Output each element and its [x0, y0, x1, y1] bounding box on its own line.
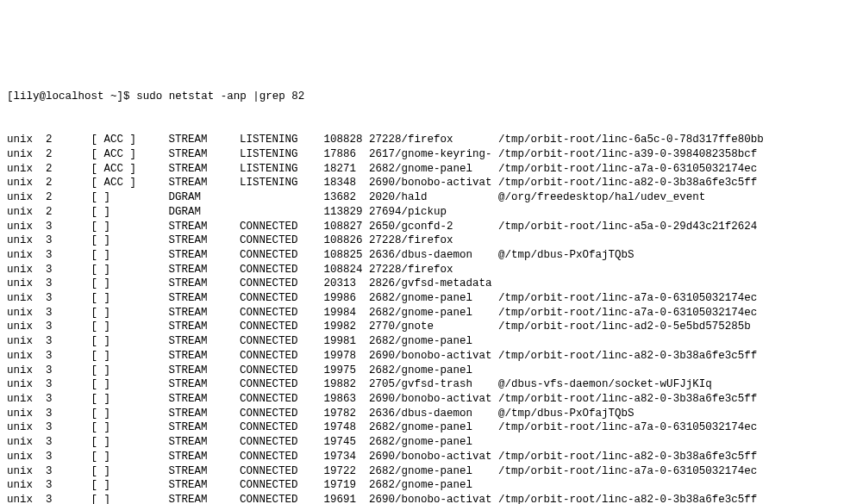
output-row: unix 3 [ ] STREAM CONNECTED 108827 2650/… — [7, 220, 837, 234]
output-row: unix 3 [ ] STREAM CONNECTED 19863 2690/b… — [7, 392, 837, 407]
output-row: unix 3 [ ] STREAM CONNECTED 108826 27228… — [7, 233, 837, 248]
output-row: unix 3 [ ] STREAM CONNECTED 19882 2705/g… — [7, 377, 837, 392]
terminal-window[interactable]: [lily@localhost ~]$ sudo netstat -anp |g… — [7, 61, 837, 504]
command-input[interactable]: sudo netstat -anp |grep 82 — [136, 90, 304, 103]
prompt-user-host: lily@localhost — [14, 90, 104, 103]
prompt-dir: ~ — [110, 90, 117, 103]
command-output: unix 2 [ ACC ] STREAM LISTENING 108828 2… — [7, 133, 837, 504]
output-row: unix 3 [ ] STREAM CONNECTED 19719 2682/g… — [7, 478, 837, 493]
output-row: unix 3 [ ] STREAM CONNECTED 19986 2682/g… — [7, 291, 837, 306]
output-row: unix 3 [ ] STREAM CONNECTED 19745 2682/g… — [7, 435, 837, 450]
output-row: unix 2 [ ] DGRAM 113829 27694/pickup — [7, 205, 837, 220]
output-row: unix 3 [ ] STREAM CONNECTED 20313 2826/g… — [7, 277, 837, 291]
output-row: unix 3 [ ] STREAM CONNECTED 19978 2690/b… — [7, 349, 837, 364]
output-row: unix 3 [ ] STREAM CONNECTED 108824 27228… — [7, 263, 837, 277]
output-row: unix 3 [ ] STREAM CONNECTED 108825 2636/… — [7, 248, 837, 263]
output-row: unix 2 [ ] DGRAM 13682 2020/hald @/org/f… — [7, 190, 837, 205]
output-row: unix 3 [ ] STREAM CONNECTED 19734 2690/b… — [7, 450, 837, 464]
output-row: unix 2 [ ACC ] STREAM LISTENING 18271 26… — [7, 162, 837, 177]
prompt-bracket-open: [ — [7, 90, 14, 103]
output-row: unix 2 [ ACC ] STREAM LISTENING 17886 26… — [7, 147, 837, 162]
output-row: unix 3 [ ] STREAM CONNECTED 19722 2682/g… — [7, 464, 837, 479]
output-row: unix 3 [ ] STREAM CONNECTED 19982 2770/g… — [7, 320, 837, 334]
output-row: unix 3 [ ] STREAM CONNECTED 19691 2690/b… — [7, 493, 837, 504]
prompt-dollar: $ — [123, 90, 130, 103]
prompt-bracket-close: ] — [117, 90, 124, 103]
output-row: unix 3 [ ] STREAM CONNECTED 19981 2682/g… — [7, 334, 837, 349]
output-row: unix 3 [ ] STREAM CONNECTED 19975 2682/g… — [7, 364, 837, 378]
output-row: unix 3 [ ] STREAM CONNECTED 19748 2682/g… — [7, 420, 837, 435]
output-row: unix 2 [ ACC ] STREAM LISTENING 18348 26… — [7, 176, 837, 190]
output-row: unix 3 [ ] STREAM CONNECTED 19984 2682/g… — [7, 306, 837, 320]
output-row: unix 3 [ ] STREAM CONNECTED 19782 2636/d… — [7, 407, 837, 421]
output-row: unix 2 [ ACC ] STREAM LISTENING 108828 2… — [7, 133, 837, 147]
prompt-line[interactable]: [lily@localhost ~]$ sudo netstat -anp |g… — [7, 90, 837, 104]
